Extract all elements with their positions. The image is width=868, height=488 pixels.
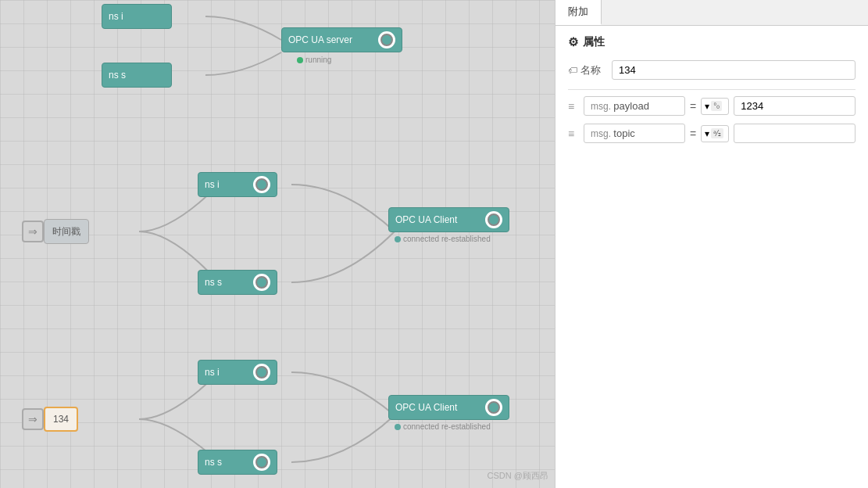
node-ns-i-top[interactable]: ns i [102, 4, 172, 29]
node-icon-client2 [485, 399, 502, 416]
name-label: 🏷 名称 [568, 63, 605, 77]
drag-handle-payload[interactable]: ≡ [568, 100, 579, 113]
node-opc-server[interactable]: OPC UA server [281, 27, 402, 52]
equals-payload: = [690, 100, 696, 113]
section-title: ⚙ 属性 [568, 35, 855, 49]
gear-icon: ⚙ [568, 35, 578, 49]
msg-prefix-topic: msg. [591, 128, 613, 139]
inject-timestamp[interactable]: ⇒ 时间戳 [22, 219, 89, 244]
inject-label-134: 134 [44, 407, 78, 432]
msg-prefix-payload: msg. [591, 101, 613, 112]
topic-field-box[interactable]: msg. topic [584, 124, 685, 143]
status-dot-blue-2 [395, 424, 401, 430]
inject-label-timestamp: 时间戳 [44, 219, 89, 244]
name-property-row: 🏷 名称 [568, 60, 855, 80]
node-opc-client-2[interactable]: OPC UA Client [388, 395, 509, 420]
status-dot-green [297, 57, 303, 63]
node-client1-status: connected re-established [395, 235, 491, 243]
payload-value-input[interactable] [734, 96, 855, 116]
node-ns-s-top[interactable]: ns s [102, 63, 172, 88]
arrow-icon-134: ⇒ [28, 413, 38, 425]
payload-field-box[interactable]: msg. payload [584, 96, 685, 116]
payload-type-badge: °₀ [711, 101, 722, 111]
drag-handle-topic[interactable]: ≡ [568, 127, 579, 140]
equals-topic: = [690, 127, 696, 140]
node-icon-server [378, 31, 395, 48]
tag-icon: 🏷 [568, 65, 577, 76]
watermark: CSDN @顾西昂 [488, 470, 548, 482]
topic-row: ≡ msg. topic = ▾ ᵃ∕₂ [568, 124, 855, 143]
node-opc-client-1[interactable]: OPC UA Client [388, 207, 509, 232]
tab-additional[interactable]: 附加 [555, 0, 602, 25]
inject-box-134: ⇒ [22, 408, 44, 430]
node-ns-s-mid[interactable]: ns s [198, 270, 277, 295]
inject-box-timestamp: ⇒ [22, 221, 44, 242]
node-ns-i-mid[interactable]: ns i [198, 172, 277, 197]
canvas: ns i ns s OPC UA server running ⇒ 时间戳 ns… [0, 0, 555, 488]
inject-134[interactable]: ⇒ 134 [22, 407, 78, 432]
divider [568, 89, 855, 90]
node-icon-ns-i-bot [253, 364, 270, 381]
node-client2-status: connected re-established [395, 422, 491, 431]
topic-type-badge: ᵃ∕₂ [711, 128, 723, 138]
topic-value-input[interactable] [734, 124, 855, 143]
status-dot-blue-1 [395, 236, 401, 242]
node-icon-ns-i-mid [253, 176, 270, 193]
panel-tab-bar: 附加 [555, 0, 868, 26]
panel-body: ⚙ 属性 🏷 名称 ≡ msg. payload = ▾ °₀ [555, 26, 868, 488]
payload-type-dropdown[interactable]: ▾ °₀ [701, 98, 729, 115]
chevron-icon-topic: ▾ [705, 128, 709, 139]
node-icon-ns-s-mid [253, 274, 270, 291]
node-ns-i-bot[interactable]: ns i [198, 360, 277, 385]
node-server-status: running [297, 56, 331, 64]
node-ns-s-bot[interactable]: ns s [198, 450, 277, 475]
payload-row: ≡ msg. payload = ▾ °₀ [568, 96, 855, 116]
name-input[interactable] [612, 60, 855, 80]
arrow-icon: ⇒ [28, 225, 38, 238]
right-panel: 附加 ⚙ 属性 🏷 名称 ≡ msg. payload = ▾ [555, 0, 868, 488]
chevron-icon: ▾ [705, 101, 709, 112]
topic-type-dropdown[interactable]: ▾ ᵃ∕₂ [701, 125, 729, 142]
node-icon-client1 [485, 211, 502, 228]
node-icon-ns-s-bot [253, 454, 270, 471]
